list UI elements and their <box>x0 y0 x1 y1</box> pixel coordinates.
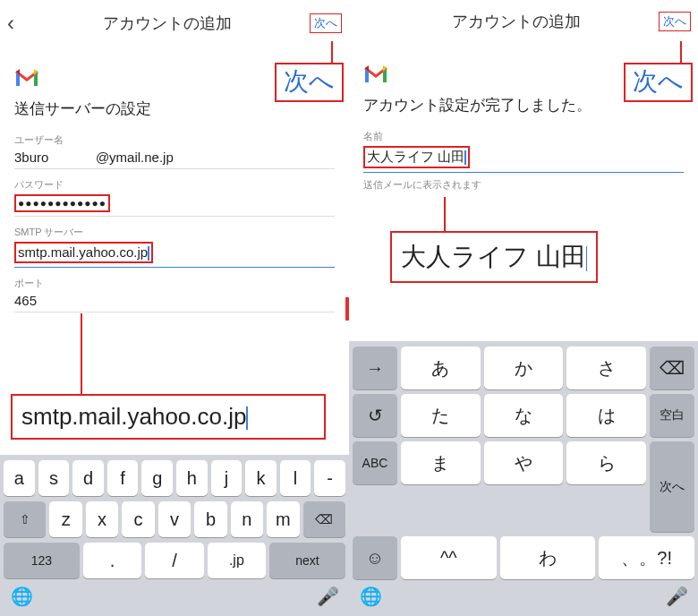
key-slash[interactable]: / <box>145 543 203 578</box>
annotation-line <box>680 41 682 63</box>
jkey-3-0[interactable]: ☺ <box>353 536 397 579</box>
next-button-small[interactable]: 次へ <box>659 12 691 31</box>
page-title: アカウントの追加 <box>25 13 310 34</box>
name-callout: 大人ライフ 山田 <box>390 231 598 283</box>
globe-icon[interactable]: 🌐 <box>353 586 388 607</box>
jkey-2-4[interactable]: 次へ <box>650 441 694 532</box>
username-field[interactable]: 3buroxxxxxxx@ymail.ne.jp <box>14 147 335 169</box>
jkey-1-0[interactable]: ↺ <box>353 394 397 437</box>
key-c[interactable]: c <box>122 501 154 537</box>
jkey-2-2[interactable]: や <box>484 441 564 484</box>
jkey-2-0[interactable]: ABC <box>353 441 397 484</box>
jkey-3-1[interactable]: ^^ <box>401 536 497 579</box>
port-field[interactable]: 465 <box>14 290 335 312</box>
jkey-2-1[interactable]: ま <box>401 441 481 484</box>
key-j[interactable]: j <box>211 460 243 496</box>
key-123[interactable]: 123 <box>4 543 80 578</box>
key-v[interactable]: v <box>158 501 191 537</box>
header: アカウントの追加 次へ <box>349 0 698 41</box>
mic-icon[interactable]: 🎤 <box>310 586 345 607</box>
next-button-callout: 次へ <box>624 63 693 102</box>
key-l[interactable]: l <box>280 460 311 496</box>
key-s[interactable]: s <box>38 460 70 496</box>
shift-key[interactable]: ⇧ <box>4 501 46 537</box>
key-f[interactable]: f <box>107 460 139 496</box>
annotation-line <box>444 197 446 233</box>
jkey-1-2[interactable]: な <box>484 394 564 437</box>
header: ‹ アカウントの追加 次へ <box>0 0 349 45</box>
annotation-line <box>331 41 333 63</box>
jkey-0-3[interactable]: さ <box>566 346 646 389</box>
jkey-1-1[interactable]: た <box>401 394 481 437</box>
key-h[interactable]: h <box>176 460 208 496</box>
name-hint: 送信メールに表示されます <box>363 178 684 192</box>
key-b[interactable]: b <box>194 501 226 537</box>
jkey-1-3[interactable]: は <box>566 394 646 437</box>
key-next[interactable]: next <box>269 543 345 578</box>
annotation-line <box>81 313 82 394</box>
page-title: アカウントの追加 <box>374 11 659 32</box>
key-k[interactable]: k <box>245 460 277 496</box>
key-n[interactable]: n <box>231 501 263 537</box>
port-label: ポート <box>14 277 335 290</box>
password-label: パスワード <box>14 178 335 192</box>
jkey-2-3[interactable]: ら <box>566 441 646 484</box>
screen-right: アカウントの追加 次へ 次へ アカウント設定が完了しました。 名前 大人ライフ … <box>349 0 698 616</box>
smtp-field[interactable]: smtp.mail.yahoo.co.jp <box>14 239 335 268</box>
globe-icon[interactable]: 🌐 <box>4 586 39 607</box>
key-jp[interactable]: .jp <box>208 543 266 578</box>
gmail-logo-icon <box>363 64 388 84</box>
smtp-callout: smtp.mail.yahoo.co.jp <box>11 394 326 440</box>
key-a[interactable]: a <box>4 460 35 496</box>
jkey-1-4[interactable]: 空白 <box>650 394 694 437</box>
screen-left: ‹ アカウントの追加 次へ 次へ 送信サーバーの設定 ユーザー名 3buroxx… <box>0 0 349 616</box>
next-button-callout: 次へ <box>275 63 344 102</box>
key-x[interactable]: x <box>86 501 118 537</box>
jkey-0-0[interactable]: → <box>353 346 397 389</box>
jkey-3-3[interactable]: 、。?! <box>599 536 694 579</box>
gmail-logo-icon <box>14 68 39 88</box>
key-m[interactable]: m <box>267 501 299 537</box>
key-d[interactable]: d <box>72 460 104 496</box>
key-g[interactable]: g <box>141 460 173 496</box>
key-dot[interactable]: . <box>83 543 141 578</box>
name-field[interactable]: 大人ライフ 山田 <box>363 143 684 173</box>
username-label: ユーザー名 <box>14 133 335 147</box>
name-label: 名前 <box>363 130 684 143</box>
key-z[interactable]: z <box>49 501 81 537</box>
keyboard: asdfghjkl- ⇧zxcvbnm⌫ 123 . / .jp next 🌐 … <box>0 455 349 616</box>
jkey-0-2[interactable]: か <box>484 346 564 389</box>
jkey-0-4[interactable]: ⌫ <box>650 346 694 389</box>
jkey-0-1[interactable]: あ <box>401 346 481 389</box>
jkey-3-2[interactable]: わ <box>500 536 596 579</box>
smtp-label: SMTP サーバー <box>14 226 335 239</box>
backspace-key[interactable]: ⌫ <box>303 501 345 537</box>
mic-icon[interactable]: 🎤 <box>659 586 694 607</box>
password-field[interactable]: ●●●●●●●●●●●● <box>14 192 335 217</box>
back-icon[interactable]: ‹ <box>7 11 25 36</box>
password-callout: ●●●●●●●●●●●● <box>14 194 110 212</box>
keyboard-jp: →あかさ⌫↺たなは空白ABCまやら次へ☺^^わ、。?! 🌐 🎤 <box>349 341 698 616</box>
key--[interactable]: - <box>314 460 345 496</box>
next-button-small[interactable]: 次へ <box>310 13 342 33</box>
